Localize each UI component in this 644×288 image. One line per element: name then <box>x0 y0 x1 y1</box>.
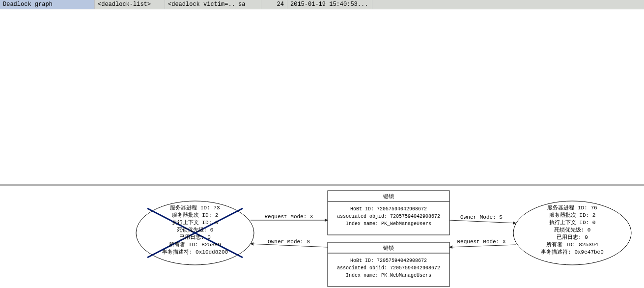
other-line-6: 事务描述符: 0x9e47bc0 <box>541 249 604 255</box>
other-line-2: 执行上下文 ID: 0 <box>549 219 596 226</box>
victim-line-2: 执行上下文 ID: 0 <box>172 219 219 226</box>
cell-starttime: 2015-01-19 15:40:53... <box>287 0 372 9</box>
victim-line-0: 服务器进程 ID: 73 <box>170 204 220 211</box>
cell-spid: 24 <box>261 0 287 9</box>
victim-process-node[interactable]: 服务器进程 ID: 73 服务器批次 ID: 2 执行上下文 ID: 0 死锁优… <box>136 201 254 265</box>
edge-top-owned-by-other <box>449 220 516 223</box>
resource-bottom-line-0: HoBt ID: 72057594042908672 <box>350 258 427 263</box>
deadlock-graph-svg: 服务器进程 ID: 73 服务器批次 ID: 2 执行上下文 ID: 0 死锁优… <box>0 186 644 288</box>
resource-top-title: 键锁 <box>383 194 394 200</box>
edge-label-owner-s-left: Owner Mode: S <box>268 239 310 245</box>
resource-bottom-line-1: associated objid: 72057594042908672 <box>337 265 440 271</box>
resource-top-node[interactable]: 键锁 HoBt ID: 72057594042908672 associated… <box>328 191 449 235</box>
event-row[interactable]: Deadlock graph <deadlock-list> <deadlock… <box>0 0 644 9</box>
resource-bottom-node[interactable]: 键锁 HoBt ID: 72057594042908672 associated… <box>328 242 449 287</box>
edge-label-req-x-right: Request Mode: X <box>457 239 505 245</box>
other-line-1: 服务器批次 ID: 2 <box>549 212 596 218</box>
victim-line-4: 已用日志: 0 <box>179 234 211 240</box>
other-line-4: 已用日志: 0 <box>557 234 588 240</box>
cell-eventclass: Deadlock graph <box>0 0 95 9</box>
resource-bottom-title: 键锁 <box>383 245 394 251</box>
other-line-0: 服务器进程 ID: 76 <box>547 204 597 211</box>
resource-top-line-1: associated objid: 72057594042908672 <box>337 214 440 219</box>
resource-bottom-line-2: Index name: PK_WebManageUsers <box>346 273 431 278</box>
victim-line-5: 所有者 ID: 825389 <box>169 241 221 248</box>
victim-line-6: 事务描述符: 0x10dd8200 <box>162 249 228 255</box>
victim-line-3: 死锁优先级: 0 <box>177 227 214 233</box>
deadlock-graph-pane: 服务器进程 ID: 73 服务器批次 ID: 2 执行上下文 ID: 0 死锁优… <box>0 186 644 288</box>
other-line-5: 所有者 ID: 825394 <box>546 241 598 248</box>
edge-other-requests-bottom <box>449 245 516 247</box>
other-line-3: 死锁优先级: 0 <box>554 227 591 233</box>
cell-textdata2: <deadlock victim=... <box>165 0 235 9</box>
cell-textdata: <deadlock-list> <box>95 0 165 9</box>
victim-line-1: 服务器批次 ID: 2 <box>172 212 219 218</box>
cell-login: sa <box>235 0 261 9</box>
resource-top-line-0: HoBt ID: 72057594042908672 <box>350 206 427 212</box>
edge-label-owner-s-right: Owner Mode: S <box>460 214 503 220</box>
other-process-node[interactable]: 服务器进程 ID: 76 服务器批次 ID: 2 执行上下文 ID: 0 死锁优… <box>513 201 631 265</box>
resource-top-line-2: Index name: PK_WebManageUsers <box>346 221 431 227</box>
edge-label-req-x-left: Request Mode: X <box>264 214 313 220</box>
